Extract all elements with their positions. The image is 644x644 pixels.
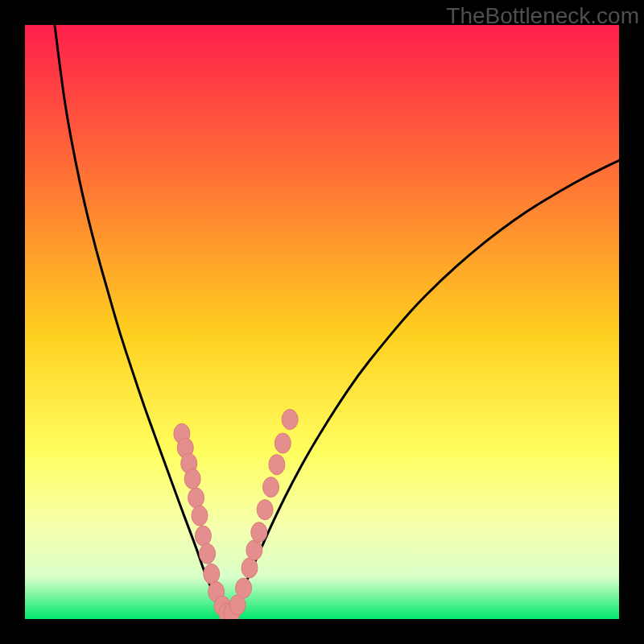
marker-point <box>269 455 285 475</box>
marker-point <box>251 522 267 543</box>
gradient-background <box>25 25 619 619</box>
marker-point <box>200 543 216 564</box>
chart-frame: { "watermark": "TheBottleneck.com", "col… <box>0 0 644 644</box>
marker-point <box>192 506 208 526</box>
marker-point <box>246 540 262 560</box>
marker-point <box>204 564 220 584</box>
marker-point <box>275 433 291 453</box>
marker-point <box>257 500 273 520</box>
marker-point <box>195 526 211 546</box>
watermark-text: TheBottleneck.com <box>446 3 639 29</box>
marker-point <box>236 578 252 598</box>
marker-point <box>188 488 204 508</box>
marker-point <box>184 469 200 489</box>
chart-svg <box>25 25 619 619</box>
marker-point <box>263 477 279 497</box>
marker-point <box>282 410 298 430</box>
plot-area <box>25 25 619 619</box>
marker-point <box>242 558 258 578</box>
